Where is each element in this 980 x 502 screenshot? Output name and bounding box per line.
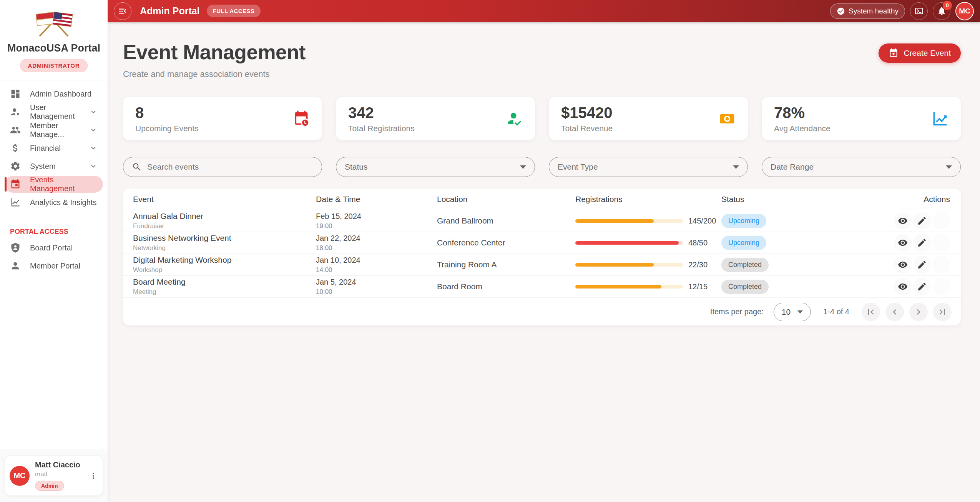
registration-progress-bar — [575, 241, 683, 245]
shield-person-icon — [10, 242, 21, 253]
edit-event-button[interactable] — [913, 234, 931, 252]
create-event-button[interactable]: Create Event — [879, 43, 961, 63]
view-event-button[interactable] — [894, 256, 912, 274]
search-field[interactable] — [123, 157, 322, 177]
date-range-filter-dropdown[interactable]: Date Range — [762, 157, 961, 177]
user-card[interactable]: MC Matt Ciaccio matt Admin — [5, 455, 103, 496]
event-name: Board Meeting — [133, 277, 316, 287]
user-username: matt — [35, 470, 80, 478]
last-page-icon — [937, 307, 948, 317]
items-per-page-select[interactable]: 10 — [774, 303, 811, 321]
pencil-icon — [917, 282, 927, 292]
more-actions-button[interactable] — [932, 212, 950, 230]
create-event-label: Create Event — [904, 48, 951, 58]
sidebar-item-admin-dashboard[interactable]: Admin Dashboard — [5, 85, 103, 102]
system-health-label: System healthy — [849, 7, 899, 15]
calendar-clock-icon — [293, 110, 310, 127]
next-page-button[interactable] — [909, 303, 928, 321]
sidebar-item-financial[interactable]: Financial — [5, 140, 103, 157]
sidebar-title: MonacoUSA Portal — [0, 42, 108, 54]
sidebar-item-board-portal[interactable]: Board Portal — [5, 239, 103, 256]
user-panel: MC Matt Ciaccio matt Admin — [0, 449, 108, 502]
event-type-filter-dropdown[interactable]: Event Type — [549, 157, 748, 177]
table-row: Board Meeting Meeting Jan 5, 2024 10:00 … — [123, 276, 961, 298]
notifications-button[interactable]: 0 — [933, 2, 950, 20]
avatar[interactable]: MC — [955, 2, 974, 20]
column-header-status: Status — [721, 195, 842, 204]
edit-event-button[interactable] — [913, 278, 931, 295]
menu-toggle-button[interactable] — [114, 2, 131, 20]
sidebar-item-events-management[interactable]: Events Management — [5, 176, 103, 193]
first-page-button[interactable] — [862, 303, 880, 321]
view-event-button[interactable] — [894, 278, 912, 295]
stats-row: 8 Upcoming Events 342 Total Registration… — [123, 97, 961, 140]
stat-value: 78% — [774, 104, 831, 122]
items-per-page-value: 10 — [782, 307, 791, 317]
sidebar-item-analytics[interactable]: Analytics & Insights — [5, 194, 103, 211]
dropdown-arrow-icon — [520, 165, 526, 169]
person-icon — [10, 260, 21, 271]
page-subtitle: Create and manage association events — [123, 69, 961, 79]
event-date: Jan 5, 2024 — [316, 278, 437, 287]
search-input[interactable] — [147, 162, 313, 172]
event-date: Feb 15, 2024 — [316, 212, 437, 221]
pencil-icon — [917, 216, 927, 226]
registration-count: 22/30 — [688, 260, 708, 269]
event-time: 14:00 — [316, 266, 437, 274]
terminal-button[interactable] — [910, 2, 928, 20]
more-actions-button[interactable] — [932, 278, 950, 295]
stat-label: Avg Attendance — [774, 124, 831, 133]
search-icon — [132, 162, 142, 172]
event-date: Jan 22, 2024 — [316, 234, 437, 243]
registration-count: 145/200 — [688, 217, 716, 225]
main-content: Event Management Create and manage assoc… — [108, 0, 980, 325]
view-event-button[interactable] — [894, 212, 912, 230]
dashboard-icon — [10, 88, 21, 99]
table-row: Business Networking Event Networking Jan… — [123, 232, 961, 254]
user-name: Matt Ciaccio — [35, 460, 80, 469]
status-badge: Completed — [721, 280, 769, 294]
kebab-menu-icon[interactable] — [89, 471, 98, 480]
sidebar-item-member-management[interactable]: Member Manage... — [5, 122, 103, 138]
more-actions-button[interactable] — [932, 234, 950, 252]
administrator-badge: ADMINISTRATOR — [20, 59, 88, 72]
items-per-page-label: Items per page: — [710, 307, 764, 316]
dropdown-arrow-icon — [797, 310, 803, 314]
event-name: Annual Gala Dinner — [133, 212, 316, 221]
manage-accounts-icon — [10, 107, 21, 117]
edit-event-button[interactable] — [913, 212, 931, 230]
view-event-button[interactable] — [894, 234, 912, 252]
system-health-badge: System healthy — [830, 3, 905, 19]
pencil-icon — [917, 238, 927, 248]
notification-count-badge: 0 — [943, 1, 952, 10]
sidebar-item-user-management[interactable]: User Management — [5, 103, 103, 120]
sidebar-item-label: User Management — [30, 103, 89, 121]
stat-value: 8 — [135, 104, 199, 122]
previous-page-button[interactable] — [885, 303, 904, 321]
status-filter-dropdown[interactable]: Status — [336, 157, 535, 177]
status-badge: Upcoming — [721, 214, 766, 228]
sidebar-item-system[interactable]: System — [5, 158, 103, 175]
last-page-button[interactable] — [933, 303, 952, 321]
stat-card-total-registrations: 342 Total Registrations — [336, 97, 535, 140]
eye-icon — [898, 260, 908, 270]
edit-event-button[interactable] — [913, 256, 931, 274]
sidebar-item-member-portal[interactable]: Member Portal — [5, 257, 103, 274]
calendar-icon — [10, 179, 21, 190]
crossed-flags-logo — [0, 8, 108, 39]
app-title: Admin Portal — [140, 5, 200, 17]
more-actions-button[interactable] — [932, 256, 950, 274]
page-title: Event Management — [123, 40, 961, 64]
stat-card-avg-attendance: 78% Avg Attendance — [762, 97, 961, 140]
pager — [862, 303, 952, 321]
pencil-icon — [917, 260, 927, 270]
event-location: Grand Ballroom — [437, 216, 575, 225]
sidebar-item-label: Admin Dashboard — [30, 90, 91, 98]
stat-label: Upcoming Events — [135, 124, 199, 133]
chevron-right-icon — [913, 307, 924, 317]
events-table: Event Date & Time Location Registrations… — [123, 188, 961, 325]
event-category: Fundraiser — [133, 222, 316, 230]
event-location: Training Room A — [437, 260, 575, 269]
stat-card-upcoming-events: 8 Upcoming Events — [123, 97, 322, 140]
status-badge: Completed — [721, 258, 769, 272]
